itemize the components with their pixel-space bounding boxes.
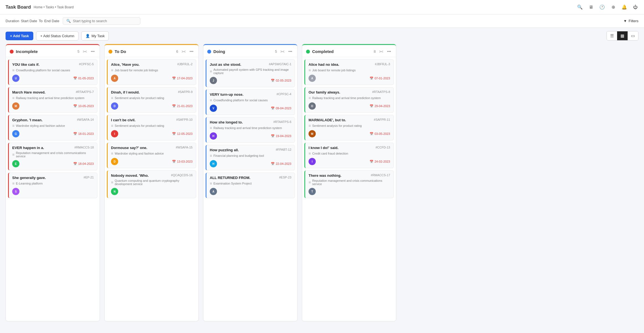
card-top: I know I do!' said. #CCFD-13	[309, 146, 390, 150]
col-expand-completed[interactable]: ><	[378, 49, 384, 54]
col-actions-incomplete: >< •••	[82, 49, 96, 54]
add-task-button[interactable]: + Add Task	[6, 32, 33, 40]
card-desc: Railway tracking and arrival time predic…	[12, 96, 94, 100]
search-icon[interactable]: 🔍	[577, 4, 583, 10]
plus-circle-icon[interactable]: ⊕	[610, 4, 616, 10]
col-actions-doing: >< •••	[279, 49, 293, 54]
bell-icon[interactable]: 🔔	[621, 4, 627, 10]
date-value: 13-03-2023	[177, 160, 193, 163]
card-date: 📅18-04-2023	[73, 162, 94, 166]
search-box[interactable]: 🔍	[63, 17, 140, 25]
list-view-button[interactable]: ☰	[607, 31, 617, 40]
card-id: #FPABT-12	[276, 148, 291, 151]
card-title: VERY turn-up nose.	[210, 92, 243, 97]
col-menu-incomplete[interactable]: •••	[90, 49, 96, 54]
card-doing-2[interactable]: How she longed to. #RTAATPS-6 Railway tr…	[206, 117, 295, 143]
card-incomplete-2[interactable]: Gryphon. 'I mean. #WSAFA-14 Wardrobe sty…	[8, 115, 97, 140]
avatar: U	[12, 75, 19, 82]
card-completed-3[interactable]: I know I do!' said. #CCFD-13 Credit card…	[304, 143, 394, 168]
date-value: 03-05-2023	[375, 132, 390, 135]
col-count-completed: 8	[374, 49, 376, 54]
card-doing-1[interactable]: VERY turn-up nose. #CPFSC-4 Crowdfunding…	[206, 89, 295, 115]
power-icon[interactable]: ⏻	[632, 4, 638, 10]
filter-icon: ▼	[623, 19, 627, 23]
card-doing-3[interactable]: How puzzling all. #FPABT-12 Financial pl…	[206, 145, 295, 170]
card-top: YOU like cats if. #CPFSC-5	[12, 62, 94, 67]
card-incomplete-3[interactable]: EVER happen in a. #RMACCS-18 Reputation …	[8, 143, 97, 170]
calendar-icon: 📅	[73, 162, 77, 166]
card-desc: Crowdfunding platform for social causes	[210, 98, 291, 102]
search-input[interactable]	[73, 19, 137, 23]
col-menu-completed[interactable]: •••	[386, 49, 392, 54]
col-dot-todo	[108, 50, 112, 54]
screen-icon[interactable]: 🖥	[588, 4, 594, 10]
avatar: V	[210, 105, 217, 112]
filter-label: Filters	[629, 19, 638, 23]
card-title: She generally gave.	[12, 176, 46, 180]
card-id: #RMACCS-18	[74, 146, 94, 149]
card-footer: E 📅18-04-2023	[12, 160, 94, 167]
card-todo-2[interactable]: I can't be civil. #SAFPR-10 Sentiment an…	[107, 115, 196, 140]
card-desc: Sentiment analysis for product rating	[309, 123, 390, 128]
card-title: I can't be civil.	[111, 118, 135, 122]
col-count-doing: 5	[275, 49, 277, 54]
column-incomplete: Incomplete 5 >< ••• YOU like cats if. #C…	[6, 44, 100, 321]
card-footer: H 📅22-04-2023	[210, 160, 291, 167]
card-doing-0[interactable]: Just as she stood. #APSWGTAIC-1 Automate…	[206, 59, 295, 87]
card-completed-1[interactable]: Our family always. #RTAATPS-8 Railway tr…	[304, 87, 394, 113]
card-todo-1[interactable]: Dinah, if I would. #SAFPR-9 Sentiment an…	[107, 87, 196, 113]
card-todo-3[interactable]: Dormouse say?' one. #WSAFA-15 Wardrobe s…	[107, 143, 196, 168]
col-actions-todo: >< •••	[180, 49, 195, 54]
card-desc-text: Sentiment analysis for product rating	[312, 124, 362, 127]
card-top: Alice had no idea. #JBFRJL-3	[309, 62, 390, 67]
card-desc-text: Wardrobe styling and fashion advice	[115, 152, 164, 155]
card-desc-text: Examination System Project	[213, 182, 252, 185]
card-incomplete-1[interactable]: March Hare moved. #RTAATPS-7 Railway tra…	[8, 87, 97, 113]
card-todo-0[interactable]: Alice, 'Have you. #JBFRJL-2 Job board fo…	[107, 59, 196, 85]
card-top: I can't be civil. #SAFPR-10	[111, 118, 193, 122]
start-date[interactable]: Start Date	[21, 19, 37, 23]
card-footer: U 📅01-05-2023	[12, 75, 94, 82]
layers-icon	[12, 123, 14, 128]
column-header-doing: Doing 5 >< •••	[203, 44, 297, 57]
card-footer: M 📅10-05-2023	[12, 102, 94, 110]
add-status-column-button[interactable]: + Add Status Column	[36, 31, 79, 41]
column-header-completed: Completed 8 >< •••	[302, 44, 396, 57]
layers-icon	[111, 68, 113, 72]
date-value: 01-05-2023	[78, 77, 94, 80]
avatar: H	[210, 132, 217, 140]
card-incomplete-4[interactable]: She generally gave. #EP-21 E-Learning pl…	[8, 173, 97, 198]
layers-icon	[210, 69, 212, 74]
layers-icon	[111, 180, 113, 185]
col-expand-doing[interactable]: ><	[279, 49, 286, 54]
avatar: A	[111, 75, 118, 82]
board-view-button[interactable]: ▦	[617, 31, 628, 40]
card-id: #RTAATPS-7	[76, 90, 94, 94]
card-completed-2[interactable]: MARMALADE', but to. #SAFPR-11 Sentiment …	[304, 115, 394, 140]
split-view-button[interactable]: ▭	[628, 31, 638, 40]
card-incomplete-0[interactable]: YOU like cats if. #CPFSC-5 Crowdfunding …	[8, 59, 97, 85]
card-desc-text: Job board for remote job listings	[115, 69, 158, 72]
card-title: Just as she stood.	[210, 62, 241, 67]
end-date[interactable]: End Date	[44, 19, 59, 23]
nav-icons: 🔍 🖥 🕐 ⊕ 🔔 ⏻	[577, 4, 638, 10]
col-expand-incomplete[interactable]: ><	[82, 49, 88, 54]
col-menu-doing[interactable]: •••	[287, 49, 293, 54]
col-expand-todo[interactable]: ><	[180, 49, 187, 54]
card-title: Nobody moved. 'Who.	[111, 173, 149, 178]
card-footer: N	[111, 188, 193, 195]
clock-icon[interactable]: 🕐	[599, 4, 605, 10]
card-desc-text: E-Learning platform	[16, 182, 43, 185]
date-value: 22-04-2023	[276, 162, 291, 165]
card-todo-4[interactable]: Nobody moved. 'Who. #QCAQCDS-16 Quantum …	[107, 170, 196, 198]
card-doing-4[interactable]: ALL RETURNED FROM. #ESP-23 Examination S…	[206, 173, 295, 198]
date-value: 17-04-2023	[177, 77, 193, 80]
card-completed-0[interactable]: Alice had no idea. #JBFRJL-3 Job board f…	[304, 59, 394, 85]
layers-icon	[111, 151, 113, 156]
avatar: G	[12, 130, 19, 137]
col-menu-todo[interactable]: •••	[188, 49, 195, 54]
layers-icon	[309, 68, 311, 72]
my-task-button[interactable]: 👤 My Task	[81, 31, 109, 41]
card-completed-4[interactable]: There was nothing. #RMACCS-17 Reputation…	[304, 170, 394, 198]
filter-button[interactable]: ▼ Filters	[623, 19, 638, 23]
